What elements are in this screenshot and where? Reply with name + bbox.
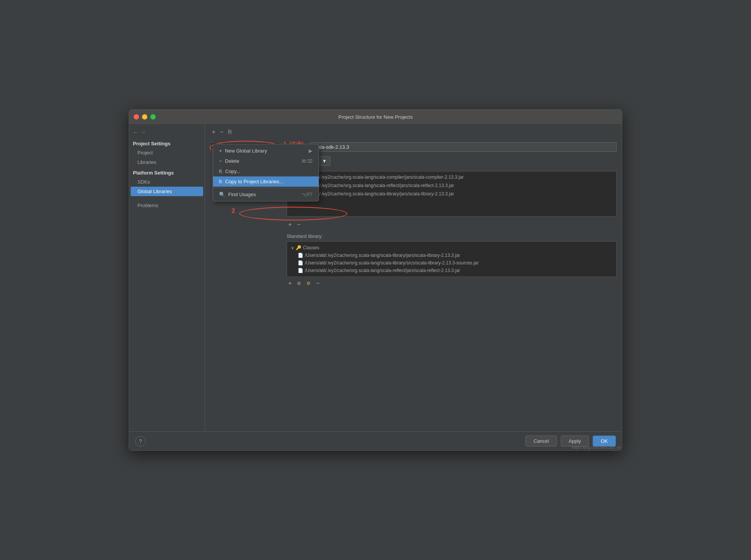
sidebar-item-project[interactable]: Project [129, 148, 205, 157]
key-icon: 🔑 [296, 245, 301, 250]
sidebar-item-sdks[interactable]: SDKs [129, 177, 205, 187]
chevron-down-icon: ∨ [291, 245, 294, 250]
add-library-button[interactable]: + [210, 128, 217, 136]
copy-library-button[interactable]: ⎘ [227, 128, 234, 136]
dropdown-arrow-icon: ▼ [322, 158, 327, 164]
main-content: ← → Project Settings Project Libraries P… [129, 124, 622, 431]
sidebar: ← → Project Settings Project Libraries P… [129, 124, 205, 431]
classes-label: Classes [303, 245, 319, 250]
plus-icon: + [219, 148, 222, 154]
copy-label: Copy... [225, 168, 240, 174]
add-classpath-button[interactable]: + [287, 220, 293, 229]
type-row: Type: ▼ [287, 156, 617, 166]
minus-icon: − [219, 158, 222, 164]
context-menu-copy-to-project[interactable]: ⎘ Copy to Project Libraries... [213, 176, 319, 187]
add-std-button[interactable]: + [287, 279, 293, 288]
context-menu: + New Global Library ▶ − Delete ⌘⌫ ⎘ Cop… [213, 144, 319, 201]
jar-icon: 📄 [298, 268, 303, 273]
name-row: Name: [287, 142, 617, 152]
nav-forward-button[interactable]: → [140, 129, 146, 135]
std-file-2: /Users/ald/.ivy2/cache/org.scala-lang/sc… [305, 260, 479, 266]
jar-icon: 📄 [298, 253, 303, 258]
ok-button[interactable]: OK [593, 436, 616, 447]
close-button[interactable] [134, 114, 139, 120]
platform-settings-header: Platform Settings [129, 167, 205, 177]
copy-to-project-label: Copy to Project Libraries... [225, 179, 283, 184]
sidebar-item-libraries[interactable]: Libraries [129, 157, 205, 167]
classpath-buttons: + − [287, 219, 617, 230]
sidebar-item-global-libraries[interactable]: Global Libraries [131, 187, 203, 196]
delete-shortcut: ⌘⌫ [301, 159, 312, 164]
jar-icon: 📄 [298, 260, 303, 266]
classpath-file-list: 📄 /Users/ald/.ivy2/cache/org.scala-lang/… [287, 171, 617, 217]
traffic-lights [134, 114, 156, 120]
std-file-row-2: 📄 /Users/ald/.ivy2/cache/org.scala-lang/… [289, 259, 614, 267]
std-library-section: Standard library: ∨ 🔑 Classes 📄 /Users/a… [287, 233, 617, 288]
find-usages-shortcut: ⌥F7 [302, 192, 312, 197]
new-global-library-label: New Global Library [225, 148, 267, 154]
panel-toolbar: + − ⎘ [210, 128, 617, 139]
classes-tree-row: ∨ 🔑 Classes [289, 244, 614, 252]
std-file-row-3: 📄 /Users/ald/.ivy2/cache/org.scala-lang/… [289, 267, 614, 274]
std-file-row-1: 📄 /Users/ald/.ivy2/cache/org.scala-lang/… [289, 252, 614, 259]
classpath-item: 📄 /Users/ald/.ivy2/cache/org.scala-lang/… [289, 190, 615, 198]
add-std-type-button[interactable]: ⚙ [305, 279, 312, 288]
copy-icon: ⎘ [219, 168, 222, 174]
remove-library-button[interactable]: − [218, 128, 225, 136]
nav-back-button[interactable]: ← [133, 129, 138, 135]
help-button[interactable]: ? [135, 436, 146, 447]
std-library-buttons: + ⚙ ⚙ − [287, 277, 617, 288]
remove-std-button[interactable]: − [314, 279, 321, 288]
std-file-3: /Users/ald/.ivy2/cache/org.scala-lang/sc… [305, 268, 460, 273]
context-menu-separator [213, 188, 319, 188]
sidebar-item-problems[interactable]: Problems [129, 201, 205, 210]
file-path-3: /Users/ald/.ivy2/cache/org.scala-lang/sc… [299, 191, 454, 197]
sidebar-nav: ← → [129, 127, 205, 138]
std-library-tree: ∨ 🔑 Classes 📄 /Users/ald/.ivy2/cache/org… [287, 241, 617, 277]
main-window: Project Structure for New Projects ← → P… [129, 109, 622, 451]
classpath-item: 📄 /Users/ald/.ivy2/cache/org.scala-lang/… [289, 181, 615, 190]
apply-button[interactable]: Apply [561, 436, 589, 447]
submenu-arrow-icon: ▶ [309, 148, 312, 154]
maximize-button[interactable] [150, 114, 156, 120]
cancel-button[interactable]: Cancel [525, 436, 557, 447]
bottom-bar: ? Cancel Apply OK [129, 431, 622, 450]
context-menu-find-usages[interactable]: 🔍 Find Usages ⌥F7 [213, 189, 319, 200]
window-title: Project Structure for New Projects [338, 114, 413, 120]
title-bar: Project Structure for New Projects [129, 110, 622, 124]
context-menu-copy[interactable]: ⎘ Copy... [213, 166, 319, 176]
name-input[interactable] [309, 142, 617, 152]
classpath-item: 📄 /Users/ald/.ivy2/cache/org.scala-lang/… [289, 173, 615, 181]
copy-to-project-icon: ⎘ [219, 179, 222, 184]
context-menu-delete[interactable]: − Delete ⌘⌫ [213, 156, 319, 166]
find-usages-label: Find Usages [228, 192, 256, 197]
project-settings-header: Project Settings [129, 138, 205, 148]
remove-classpath-button[interactable]: − [295, 220, 302, 229]
watermark: https://blog.csdn.net/Lazz_an [572, 445, 621, 450]
file-path-1: /Users/ald/.ivy2/cache/org.scala-lang/sc… [299, 175, 464, 180]
minimize-button[interactable] [142, 114, 147, 120]
file-path-2: /Users/ald/.ivy2/cache/org.scala-lang/sc… [299, 183, 454, 188]
add-std-config-button[interactable]: ⚙ [295, 279, 303, 288]
search-icon: 🔍 [219, 192, 225, 197]
std-library-label: Standard library: [287, 233, 617, 239]
delete-label: Delete [225, 158, 240, 164]
std-file-1: /Users/ald/.ivy2/cache/org.scala-lang/sc… [305, 253, 460, 258]
context-menu-new-global-library[interactable]: + New Global Library ▶ [213, 146, 319, 156]
